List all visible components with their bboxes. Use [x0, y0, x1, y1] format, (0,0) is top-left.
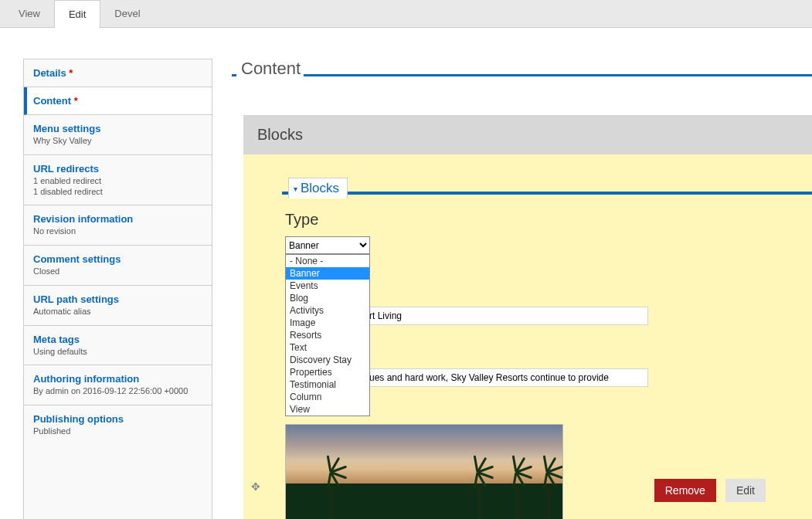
sidebar-item-label: Comment settings	[33, 253, 202, 265]
sidebar-item-label: Publishing options	[33, 413, 202, 425]
type-option[interactable]: Activitys	[286, 304, 369, 317]
sidebar-item-summary: Closed	[33, 266, 202, 277]
type-select[interactable]: Banner	[285, 236, 370, 254]
banner-image-preview	[285, 424, 563, 519]
type-option[interactable]: Image	[286, 317, 369, 329]
sidebar-item-summary: By admin on 2016-09-12 22:56:00 +0000	[33, 386, 202, 397]
required-marker: *	[74, 95, 78, 107]
edit-button[interactable]: Edit	[725, 479, 766, 502]
sidebar-item-meta-tags[interactable]: Meta tags Using defaults	[24, 326, 212, 366]
sidebar-item-summary: Published	[33, 426, 202, 437]
sidebar-item-label: URL path settings	[33, 293, 202, 305]
sidebar-item-content[interactable]: Content *	[24, 87, 212, 115]
tab-view[interactable]: View	[5, 0, 54, 27]
tab-devel[interactable]: Devel	[100, 0, 154, 27]
type-option[interactable]: View	[286, 403, 369, 416]
type-option[interactable]: Properties	[286, 366, 369, 378]
type-option[interactable]: Text	[286, 341, 369, 354]
content-pane: Content Blocks ▾ Blocks	[232, 59, 812, 519]
type-field-label: Type	[285, 211, 812, 229]
type-option[interactable]: Resorts	[286, 329, 369, 341]
sidebar-item-summary: Automatic alias	[33, 307, 202, 317]
type-option[interactable]: Events	[286, 280, 369, 292]
sidebar-item-label: Menu settings	[33, 123, 202, 134]
sidebar-item-label: Content	[33, 95, 71, 107]
type-option[interactable]: Banner	[286, 267, 369, 280]
sidebar-item-summary: Why Sky Valley	[33, 136, 202, 147]
type-option[interactable]: Discovery Stay	[286, 354, 369, 366]
sidebar-item-summary: No revision	[33, 226, 202, 237]
sidebar-item-summary: Using defaults	[33, 347, 202, 358]
sidebar-item-menu-settings[interactable]: Menu settings Why Sky Valley	[24, 115, 212, 155]
type-option[interactable]: - None -	[286, 255, 369, 267]
type-option[interactable]: Blog	[286, 292, 369, 304]
primary-tabs: View Edit Devel	[0, 0, 812, 28]
sidebar-item-details[interactable]: Details *	[24, 59, 212, 87]
section-title-content: Content	[241, 59, 301, 80]
type-option[interactable]: Column	[286, 391, 369, 403]
sidebar-item-label: Revision information	[33, 213, 202, 225]
blocks-fieldset-toggle[interactable]: ▾ Blocks	[288, 178, 348, 198]
sidebar-item-url-redirects[interactable]: URL redirects 1 enabled redirect1 disabl…	[24, 155, 212, 206]
sidebar-item-label: Authoring information	[33, 373, 202, 385]
sidebar-item-publishing[interactable]: Publishing options Published	[24, 405, 212, 445]
sidebar-item-label: URL redirects	[33, 163, 202, 175]
sidebar-item-label: Meta tags	[33, 334, 202, 345]
fieldset-legend-label: Blocks	[301, 181, 339, 196]
remove-button[interactable]: Remove	[654, 479, 716, 502]
vertical-tabs: Details * Content * Menu settings Why Sk…	[23, 59, 212, 519]
required-marker: *	[69, 67, 73, 79]
sidebar-item-revision[interactable]: Revision information No revision	[24, 205, 212, 246]
tab-edit[interactable]: Edit	[54, 0, 100, 28]
type-option[interactable]: Testimonial	[286, 378, 369, 391]
type-select-options-list: - None -BannerEventsBlogActivitysImageRe…	[285, 254, 370, 416]
sidebar-item-summary: 1 enabled redirect1 disabled redirect	[33, 176, 202, 198]
sidebar-item-url-path[interactable]: URL path settings Automatic alias	[24, 286, 212, 326]
sidebar-item-authoring[interactable]: Authoring information By admin on 2016-0…	[24, 365, 212, 405]
caret-down-icon: ▾	[294, 185, 297, 193]
blocks-section-header: Blocks	[243, 115, 812, 154]
sidebar-item-label: Details	[33, 67, 66, 79]
sidebar-item-comment[interactable]: Comment settings Closed	[24, 246, 212, 286]
drag-handle-icon[interactable]: ✥	[251, 480, 260, 493]
